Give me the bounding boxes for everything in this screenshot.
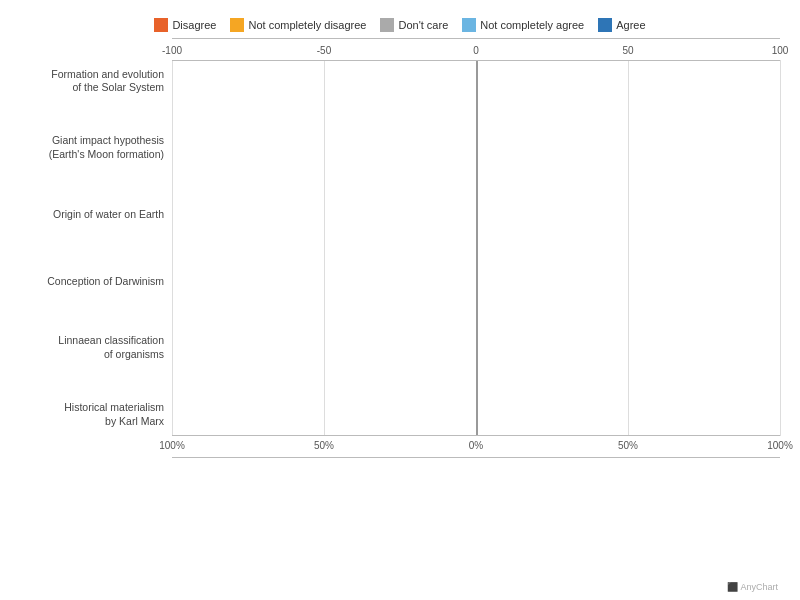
bottom-axis-tick: 100% — [767, 440, 793, 451]
legend-item: Disagree — [154, 18, 216, 32]
bar-row — [172, 320, 780, 364]
chart-area: Formation and evolutionof the Solar Syst… — [20, 38, 780, 458]
y-axis-row-label: Linnaean classificationof organisms — [42, 315, 172, 382]
bar-row — [172, 132, 780, 176]
legend-label: Disagree — [172, 19, 216, 31]
bar-row — [172, 383, 780, 427]
legend-item: Not completely agree — [462, 18, 584, 32]
bottom-axis-tick: 100% — [159, 440, 185, 451]
legend-label: Not completely disagree — [248, 19, 366, 31]
bottom-axis-tick: 0% — [469, 440, 483, 451]
bar-row — [172, 69, 780, 113]
bar-row — [172, 257, 780, 301]
bars-area — [172, 60, 780, 436]
top-axis: -100-50050100 — [172, 38, 780, 60]
legend-label: Not completely agree — [480, 19, 584, 31]
legend-swatch — [230, 18, 244, 32]
top-axis-tick: -100 — [162, 45, 182, 56]
top-axis-tick: 50 — [622, 45, 633, 56]
y-labels: Formation and evolutionof the Solar Syst… — [42, 38, 172, 458]
y-axis-label — [20, 38, 42, 458]
legend-item: Don't care — [380, 18, 448, 32]
legend-swatch — [154, 18, 168, 32]
bottom-axis: 100%50%0%50%100% — [172, 436, 780, 458]
bar-row — [172, 195, 780, 239]
top-axis-tick: 100 — [772, 45, 789, 56]
legend-item: Not completely disagree — [230, 18, 366, 32]
anychart-logo: ⬛ AnyChart — [727, 582, 778, 592]
bars-wrapper: -100-50050100 100%50%0%50%100% — [172, 38, 780, 458]
y-axis-row-label: Giant impact hypothesis(Earth's Moon for… — [42, 115, 172, 182]
top-axis-tick: -50 — [317, 45, 331, 56]
y-axis-row-label: Historical materialismby Karl Marx — [42, 381, 172, 448]
top-axis-tick: 0 — [473, 45, 479, 56]
legend-item: Agree — [598, 18, 645, 32]
y-axis-row-label: Conception of Darwinism — [42, 248, 172, 315]
legend-swatch — [598, 18, 612, 32]
legend-label: Agree — [616, 19, 645, 31]
legend-swatch — [380, 18, 394, 32]
y-axis-row-label: Formation and evolutionof the Solar Syst… — [42, 48, 172, 115]
y-axis-row-label: Origin of water on Earth — [42, 181, 172, 248]
chart-container: DisagreeNot completely disagreeDon't car… — [0, 0, 800, 600]
bottom-axis-tick: 50% — [314, 440, 334, 451]
legend-swatch — [462, 18, 476, 32]
legend: DisagreeNot completely disagreeDon't car… — [20, 18, 780, 32]
legend-label: Don't care — [398, 19, 448, 31]
bottom-axis-tick: 50% — [618, 440, 638, 451]
